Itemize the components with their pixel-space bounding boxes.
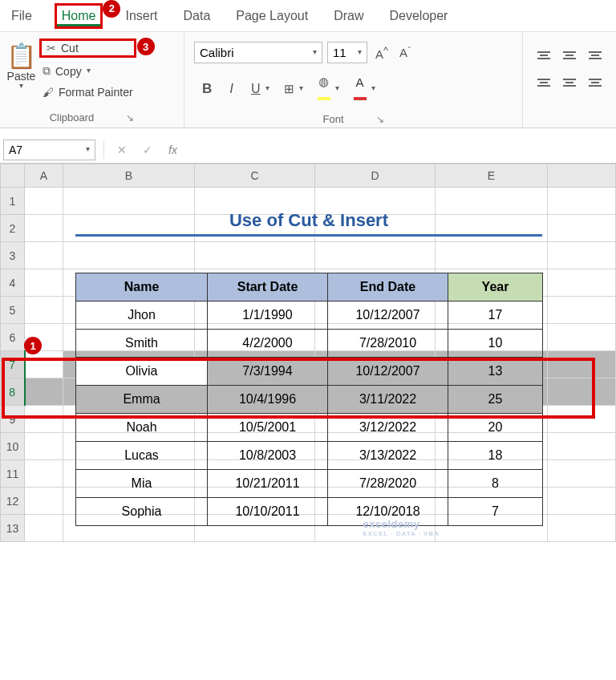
border-button[interactable]: ⊞ [281,80,298,98]
dialog-launcher-icon[interactable]: ↘ [126,112,134,123]
row-header-12[interactable]: 12 [1,488,25,515]
cell-A5[interactable] [25,297,63,324]
col-header-D[interactable]: D [315,164,436,188]
align-middle-button[interactable] [560,45,579,66]
table-row: Emma10/4/19963/11/202225 [76,386,543,414]
fx-button[interactable]: fx [160,144,185,156]
cell-A8[interactable] [25,378,63,406]
align-top-button[interactable] [534,45,553,66]
italic-button[interactable]: I [226,79,237,99]
enter-formula-button[interactable]: ✓ [135,144,160,156]
cut-label: Cut [61,42,79,55]
cell-A9[interactable] [25,406,63,433]
font-group-label: Font [322,113,343,125]
clipboard-icon: 📋 [6,42,36,70]
align-left-button[interactable] [534,72,553,93]
row-header-2[interactable]: 2 [1,215,25,242]
header-start-date: Start Date [208,273,328,302]
cut-button[interactable]: ✂ Cut 3 [39,38,136,58]
badge-2: 2 [103,0,120,18]
row-header-3[interactable]: 3 [1,242,25,269]
tab-file[interactable]: File [8,2,35,30]
chevron-down-icon: ▾ [358,47,362,56]
cell-A11[interactable] [25,460,63,488]
col-header-B[interactable]: B [63,164,195,188]
cell-A4[interactable] [25,269,63,297]
tab-draw[interactable]: Draw [330,2,367,30]
name-box[interactable]: A7 ▾ [3,140,95,160]
font-size-value: 11 [333,46,346,59]
bold-button[interactable]: B [199,79,215,99]
sheet-title-text: Use of Cut & Insert [75,210,542,231]
cell-A7[interactable] [25,351,63,378]
brush-icon: 🖌 [43,86,54,99]
row-header-9[interactable]: 9 [1,406,25,433]
row-header-7[interactable]: 7 [1,351,25,378]
cell-D3[interactable] [315,242,436,269]
col-header-E[interactable]: E [436,164,548,188]
chevron-down-icon[interactable]: ▾ [335,83,339,92]
font-name-select[interactable]: Calibri ▾ [194,42,322,63]
row-header-5[interactable]: 5 [1,297,25,324]
align-bottom-button[interactable] [586,45,605,66]
chevron-down-icon: ▾ [313,47,317,56]
cell-E3[interactable] [436,242,548,269]
cell-A12[interactable] [25,488,63,515]
tab-data[interactable]: Data [180,2,213,30]
bucket-icon: ◍ [318,75,329,88]
chevron-down-icon[interactable]: ▾ [299,83,303,92]
cell-A3[interactable] [25,242,63,269]
tab-page-layout[interactable]: Page Layout [233,2,311,30]
row-header-13[interactable]: 13 [1,515,25,542]
chevron-down-icon: ▾ [87,66,91,75]
header-year: Year [448,273,543,302]
cell-A2[interactable] [25,215,63,242]
cell-A13[interactable] [25,515,63,542]
tab-developer[interactable]: Developer [386,2,451,30]
cell-C3[interactable] [195,242,315,269]
font-name-value: Calibri [200,46,234,59]
col-header-A[interactable]: A [25,164,63,188]
chevron-down-icon[interactable]: ▾ [265,83,270,92]
format-painter-label: Format Painter [59,86,133,99]
row-header-8[interactable]: 8 [1,378,25,406]
data-table: NameStart DateEnd DateYearJhon1/1/199010… [75,273,543,526]
badge-1: 1 [24,337,42,354]
name-box-value: A7 [9,144,22,156]
table-row: Lucas10/8/20033/13/202218 [76,442,543,470]
row-header-1[interactable]: 1 [1,188,25,215]
cell-B3[interactable] [63,242,195,269]
header-end-date: End Date [328,273,448,302]
align-right-button[interactable] [586,72,605,93]
row-header-11[interactable]: 11 [1,460,25,488]
select-all-button[interactable] [1,164,25,188]
font-size-select[interactable]: 11 ▾ [327,42,367,63]
tab-home[interactable]: Home [55,3,103,29]
increase-font-button[interactable]: A^ [372,43,391,63]
decrease-font-button[interactable]: A˅ [396,44,415,61]
tab-insert[interactable]: Insert [122,2,160,30]
col-header-C[interactable]: C [195,164,315,188]
format-painter-button[interactable]: 🖌 Format Painter [39,84,136,100]
formula-bar: A7 ▾ ✕ ✓ fx [0,136,616,164]
fill-color-button[interactable]: ◍ [314,73,334,104]
scissors-icon: ✂ [47,42,56,55]
chevron-down-icon[interactable]: ▾ [371,83,375,92]
cell-A10[interactable] [25,433,63,460]
copy-button[interactable]: ⧉ Copy ▾ [39,63,136,79]
row-header-6[interactable]: 6 [1,324,25,351]
font-color-button[interactable]: A [351,74,370,104]
align-center-button[interactable] [560,72,579,93]
row-header-4[interactable]: 4 [1,269,25,297]
fill-color-chip [318,97,330,100]
table-row: Mia10/21/20117/28/20208 [76,470,543,498]
dialog-launcher-icon[interactable]: ↘ [376,114,384,125]
badge-3: 3 [137,38,155,55]
underline-button[interactable]: U [248,80,264,98]
paste-button[interactable]: 📋 Paste ▾ [6,35,36,90]
chevron-down-icon: ▾ [19,81,23,90]
cell-A1[interactable] [25,188,63,215]
cancel-formula-button[interactable]: ✕ [109,144,135,156]
sheet-title: Use of Cut & Insert [75,210,542,237]
row-header-10[interactable]: 10 [1,433,25,460]
